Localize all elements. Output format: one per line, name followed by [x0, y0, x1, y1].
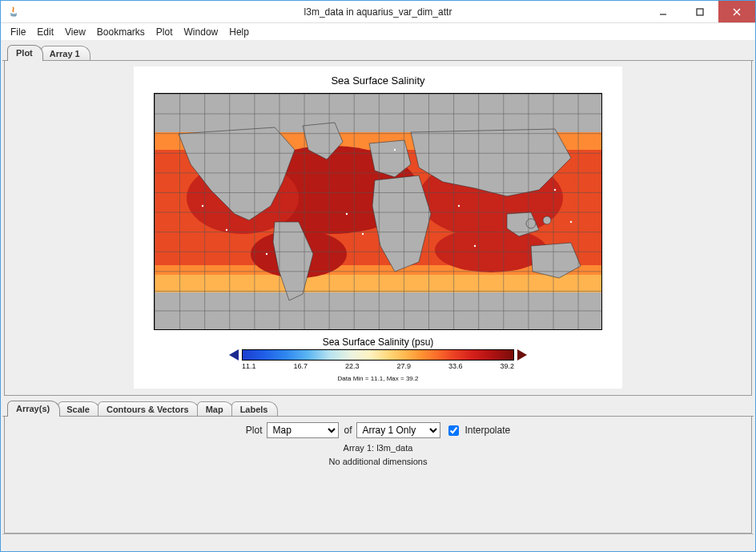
- svg-point-14: [435, 228, 547, 272]
- java-icon: [7, 6, 20, 18]
- svg-rect-8: [155, 275, 602, 292]
- statusbar: [2, 534, 754, 550]
- svg-point-21: [458, 205, 460, 207]
- bottom-tabstrip: Array(s) Scale Contours & Vectors Map La…: [2, 397, 754, 417]
- array-select[interactable]: Array 1 Only: [356, 422, 440, 438]
- tab-map[interactable]: Map: [197, 401, 234, 417]
- menu-file[interactable]: File: [6, 25, 30, 39]
- interpolate-checkbox[interactable]: [448, 425, 459, 436]
- titlebar: l3m_data in aquarius_var_dim_attr: [1, 1, 755, 23]
- tab-labels[interactable]: Labels: [231, 401, 279, 417]
- nodim-line: No additional dimensions: [11, 455, 745, 469]
- svg-rect-6: [155, 292, 602, 330]
- tab-scale[interactable]: Scale: [58, 401, 100, 417]
- svg-point-23: [554, 189, 556, 191]
- world-map: [154, 93, 602, 330]
- array-info: Array 1: l3m_data No additional dimensio…: [11, 441, 745, 468]
- svg-point-16: [543, 216, 551, 224]
- svg-point-19: [346, 213, 348, 215]
- plot-control-row: Plot Map of Array 1 Only Interpolate: [11, 422, 745, 441]
- colorbar-low-arrow-icon: [229, 349, 239, 361]
- array-line: Array 1: l3m_data: [11, 441, 745, 455]
- menu-window[interactable]: Window: [179, 25, 223, 39]
- menu-help[interactable]: Help: [224, 25, 254, 39]
- cb-tick: 27.9: [396, 362, 411, 370]
- of-label: of: [344, 425, 352, 436]
- plot-label: Plot: [246, 425, 263, 436]
- plot-area: Sea Surface Salinity: [5, 60, 751, 395]
- arrays-panel: Plot Map of Array 1 Only Interpolate Arr…: [4, 416, 752, 534]
- close-button[interactable]: [718, 1, 755, 22]
- svg-point-22: [474, 245, 476, 247]
- svg-point-18: [226, 229, 227, 231]
- interpolate-text: Interpolate: [464, 425, 510, 436]
- application-window: l3m_data in aquarius_var_dim_attr File E…: [0, 0, 756, 552]
- svg-point-20: [362, 233, 364, 235]
- tab-arrays[interactable]: Array(s): [7, 401, 60, 417]
- plot-panel: Sea Surface Salinity: [4, 60, 752, 396]
- colorbar: [142, 349, 614, 361]
- menu-bookmarks[interactable]: Bookmarks: [92, 25, 150, 39]
- tab-plot[interactable]: Plot: [7, 45, 43, 61]
- svg-point-15: [526, 219, 536, 228]
- menu-edit[interactable]: Edit: [32, 25, 58, 39]
- svg-point-17: [202, 205, 203, 207]
- colorbar-ticks: 11.1 16.7 22.3 27.9 33.6 39.2: [242, 362, 514, 370]
- minimize-button[interactable]: [645, 1, 682, 22]
- colorbar-label: Sea Surface Salinity (psu): [142, 330, 614, 349]
- svg-point-25: [266, 253, 267, 255]
- svg-point-24: [570, 221, 572, 223]
- lower-section: Array(s) Scale Contours & Vectors Map La…: [2, 397, 754, 534]
- cb-tick: 22.3: [345, 362, 360, 370]
- menu-view[interactable]: View: [60, 25, 90, 39]
- tab-contours-vectors[interactable]: Contours & Vectors: [98, 401, 199, 417]
- cb-tick: 39.2: [500, 362, 514, 370]
- maximize-button[interactable]: [682, 1, 718, 22]
- plot-type-select[interactable]: Map: [267, 422, 339, 438]
- data-minmax-text: Data Min = 11.1, Max = 39.2: [142, 370, 614, 382]
- content-area: Plot Array 1 Sea Surface Salinity: [1, 40, 755, 551]
- plot-title: Sea Surface Salinity: [142, 71, 614, 93]
- window-title: l3m_data in aquarius_var_dim_attr: [1, 6, 755, 18]
- menubar: File Edit View Bookmarks Plot Window Hel…: [1, 23, 755, 40]
- svg-rect-5: [155, 94, 602, 132]
- cb-tick: 11.1: [242, 362, 256, 370]
- window-controls: [645, 1, 755, 22]
- svg-rect-1: [697, 9, 703, 15]
- cb-tick: 16.7: [293, 362, 308, 370]
- cb-tick: 33.6: [448, 362, 463, 370]
- svg-point-26: [394, 149, 396, 151]
- colorbar-high-arrow-icon: [517, 349, 527, 361]
- colorbar-gradient: [242, 349, 514, 361]
- interpolate-checkbox-label[interactable]: Interpolate: [445, 423, 510, 438]
- top-tabstrip: Plot Array 1: [2, 42, 754, 61]
- plot-canvas[interactable]: Sea Surface Salinity: [134, 66, 622, 389]
- tab-array1[interactable]: Array 1: [41, 46, 90, 61]
- menu-plot[interactable]: Plot: [151, 25, 178, 39]
